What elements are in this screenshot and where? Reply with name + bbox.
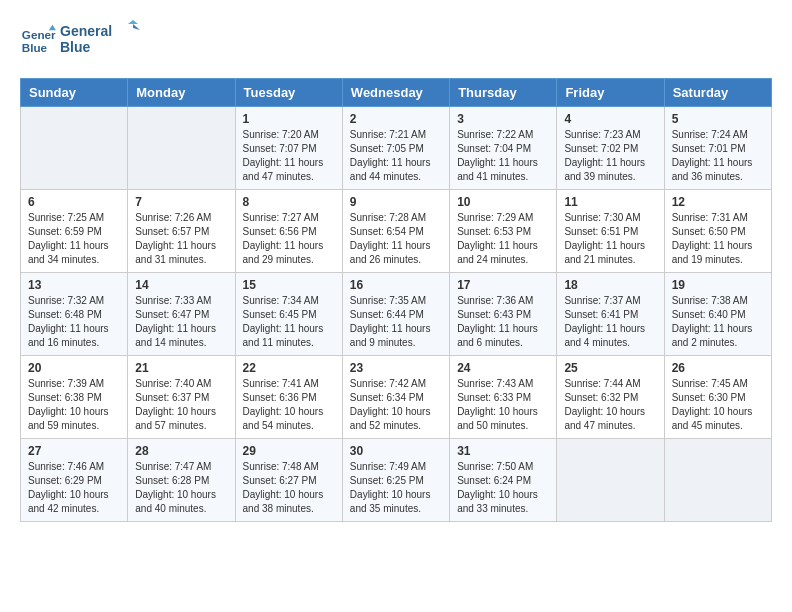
- day-info: Sunrise: 7:30 AM Sunset: 6:51 PM Dayligh…: [564, 211, 656, 267]
- calendar-cell: 31Sunrise: 7:50 AM Sunset: 6:24 PM Dayli…: [450, 439, 557, 522]
- day-info: Sunrise: 7:42 AM Sunset: 6:34 PM Dayligh…: [350, 377, 442, 433]
- day-of-week-header: Sunday: [21, 79, 128, 107]
- day-info: Sunrise: 7:22 AM Sunset: 7:04 PM Dayligh…: [457, 128, 549, 184]
- day-info: Sunrise: 7:50 AM Sunset: 6:24 PM Dayligh…: [457, 460, 549, 516]
- day-info: Sunrise: 7:21 AM Sunset: 7:05 PM Dayligh…: [350, 128, 442, 184]
- day-number: 7: [135, 195, 227, 209]
- day-info: Sunrise: 7:31 AM Sunset: 6:50 PM Dayligh…: [672, 211, 764, 267]
- day-number: 17: [457, 278, 549, 292]
- calendar-cell: 18Sunrise: 7:37 AM Sunset: 6:41 PM Dayli…: [557, 273, 664, 356]
- day-number: 13: [28, 278, 120, 292]
- day-info: Sunrise: 7:45 AM Sunset: 6:30 PM Dayligh…: [672, 377, 764, 433]
- calendar-cell: [557, 439, 664, 522]
- day-info: Sunrise: 7:20 AM Sunset: 7:07 PM Dayligh…: [243, 128, 335, 184]
- calendar-cell: 21Sunrise: 7:40 AM Sunset: 6:37 PM Dayli…: [128, 356, 235, 439]
- day-info: Sunrise: 7:36 AM Sunset: 6:43 PM Dayligh…: [457, 294, 549, 350]
- day-number: 28: [135, 444, 227, 458]
- day-of-week-header: Wednesday: [342, 79, 449, 107]
- calendar-cell: 11Sunrise: 7:30 AM Sunset: 6:51 PM Dayli…: [557, 190, 664, 273]
- calendar-cell: 4Sunrise: 7:23 AM Sunset: 7:02 PM Daylig…: [557, 107, 664, 190]
- calendar-cell: 19Sunrise: 7:38 AM Sunset: 6:40 PM Dayli…: [664, 273, 771, 356]
- day-number: 26: [672, 361, 764, 375]
- day-info: Sunrise: 7:33 AM Sunset: 6:47 PM Dayligh…: [135, 294, 227, 350]
- page-header: General Blue General Blue: [20, 20, 772, 62]
- day-number: 10: [457, 195, 549, 209]
- day-info: Sunrise: 7:44 AM Sunset: 6:32 PM Dayligh…: [564, 377, 656, 433]
- day-number: 22: [243, 361, 335, 375]
- calendar-cell: 28Sunrise: 7:47 AM Sunset: 6:28 PM Dayli…: [128, 439, 235, 522]
- day-info: Sunrise: 7:23 AM Sunset: 7:02 PM Dayligh…: [564, 128, 656, 184]
- day-info: Sunrise: 7:41 AM Sunset: 6:36 PM Dayligh…: [243, 377, 335, 433]
- svg-text:General: General: [60, 23, 112, 39]
- calendar-cell: 15Sunrise: 7:34 AM Sunset: 6:45 PM Dayli…: [235, 273, 342, 356]
- day-number: 6: [28, 195, 120, 209]
- calendar-cell: 16Sunrise: 7:35 AM Sunset: 6:44 PM Dayli…: [342, 273, 449, 356]
- calendar-cell: 26Sunrise: 7:45 AM Sunset: 6:30 PM Dayli…: [664, 356, 771, 439]
- calendar-cell: 5Sunrise: 7:24 AM Sunset: 7:01 PM Daylig…: [664, 107, 771, 190]
- svg-marker-6: [133, 24, 140, 30]
- day-number: 24: [457, 361, 549, 375]
- day-info: Sunrise: 7:48 AM Sunset: 6:27 PM Dayligh…: [243, 460, 335, 516]
- calendar-cell: 13Sunrise: 7:32 AM Sunset: 6:48 PM Dayli…: [21, 273, 128, 356]
- day-number: 2: [350, 112, 442, 126]
- day-info: Sunrise: 7:32 AM Sunset: 6:48 PM Dayligh…: [28, 294, 120, 350]
- day-info: Sunrise: 7:49 AM Sunset: 6:25 PM Dayligh…: [350, 460, 442, 516]
- calendar-cell: 7Sunrise: 7:26 AM Sunset: 6:57 PM Daylig…: [128, 190, 235, 273]
- calendar-cell: 20Sunrise: 7:39 AM Sunset: 6:38 PM Dayli…: [21, 356, 128, 439]
- day-number: 3: [457, 112, 549, 126]
- day-info: Sunrise: 7:34 AM Sunset: 6:45 PM Dayligh…: [243, 294, 335, 350]
- day-number: 20: [28, 361, 120, 375]
- day-number: 16: [350, 278, 442, 292]
- day-of-week-header: Thursday: [450, 79, 557, 107]
- calendar-cell: 25Sunrise: 7:44 AM Sunset: 6:32 PM Dayli…: [557, 356, 664, 439]
- calendar-cell: 17Sunrise: 7:36 AM Sunset: 6:43 PM Dayli…: [450, 273, 557, 356]
- calendar-cell: 24Sunrise: 7:43 AM Sunset: 6:33 PM Dayli…: [450, 356, 557, 439]
- day-info: Sunrise: 7:46 AM Sunset: 6:29 PM Dayligh…: [28, 460, 120, 516]
- calendar-cell: 10Sunrise: 7:29 AM Sunset: 6:53 PM Dayli…: [450, 190, 557, 273]
- day-number: 30: [350, 444, 442, 458]
- logo-icon: General Blue: [20, 23, 56, 59]
- svg-marker-5: [128, 20, 138, 24]
- day-of-week-header: Saturday: [664, 79, 771, 107]
- calendar-cell: [664, 439, 771, 522]
- day-number: 9: [350, 195, 442, 209]
- logo: General Blue General Blue: [20, 20, 140, 62]
- day-info: Sunrise: 7:35 AM Sunset: 6:44 PM Dayligh…: [350, 294, 442, 350]
- day-number: 4: [564, 112, 656, 126]
- day-number: 18: [564, 278, 656, 292]
- day-info: Sunrise: 7:38 AM Sunset: 6:40 PM Dayligh…: [672, 294, 764, 350]
- calendar-cell: 30Sunrise: 7:49 AM Sunset: 6:25 PM Dayli…: [342, 439, 449, 522]
- day-info: Sunrise: 7:37 AM Sunset: 6:41 PM Dayligh…: [564, 294, 656, 350]
- logo-graphic: General Blue: [60, 20, 140, 58]
- day-number: 29: [243, 444, 335, 458]
- calendar-cell: [128, 107, 235, 190]
- calendar-table: SundayMondayTuesdayWednesdayThursdayFrid…: [20, 78, 772, 522]
- day-info: Sunrise: 7:39 AM Sunset: 6:38 PM Dayligh…: [28, 377, 120, 433]
- day-number: 19: [672, 278, 764, 292]
- day-info: Sunrise: 7:26 AM Sunset: 6:57 PM Dayligh…: [135, 211, 227, 267]
- day-number: 12: [672, 195, 764, 209]
- day-number: 5: [672, 112, 764, 126]
- calendar-cell: 14Sunrise: 7:33 AM Sunset: 6:47 PM Dayli…: [128, 273, 235, 356]
- day-number: 31: [457, 444, 549, 458]
- day-of-week-header: Tuesday: [235, 79, 342, 107]
- calendar-cell: 8Sunrise: 7:27 AM Sunset: 6:56 PM Daylig…: [235, 190, 342, 273]
- calendar-cell: 3Sunrise: 7:22 AM Sunset: 7:04 PM Daylig…: [450, 107, 557, 190]
- calendar-cell: 1Sunrise: 7:20 AM Sunset: 7:07 PM Daylig…: [235, 107, 342, 190]
- day-info: Sunrise: 7:25 AM Sunset: 6:59 PM Dayligh…: [28, 211, 120, 267]
- day-number: 15: [243, 278, 335, 292]
- day-info: Sunrise: 7:28 AM Sunset: 6:54 PM Dayligh…: [350, 211, 442, 267]
- calendar-cell: 27Sunrise: 7:46 AM Sunset: 6:29 PM Dayli…: [21, 439, 128, 522]
- day-info: Sunrise: 7:29 AM Sunset: 6:53 PM Dayligh…: [457, 211, 549, 267]
- calendar-cell: [21, 107, 128, 190]
- day-info: Sunrise: 7:24 AM Sunset: 7:01 PM Dayligh…: [672, 128, 764, 184]
- day-number: 23: [350, 361, 442, 375]
- day-info: Sunrise: 7:27 AM Sunset: 6:56 PM Dayligh…: [243, 211, 335, 267]
- calendar-cell: 29Sunrise: 7:48 AM Sunset: 6:27 PM Dayli…: [235, 439, 342, 522]
- day-number: 25: [564, 361, 656, 375]
- day-info: Sunrise: 7:43 AM Sunset: 6:33 PM Dayligh…: [457, 377, 549, 433]
- day-info: Sunrise: 7:40 AM Sunset: 6:37 PM Dayligh…: [135, 377, 227, 433]
- calendar-cell: 12Sunrise: 7:31 AM Sunset: 6:50 PM Dayli…: [664, 190, 771, 273]
- calendar-cell: 2Sunrise: 7:21 AM Sunset: 7:05 PM Daylig…: [342, 107, 449, 190]
- svg-text:Blue: Blue: [60, 39, 91, 55]
